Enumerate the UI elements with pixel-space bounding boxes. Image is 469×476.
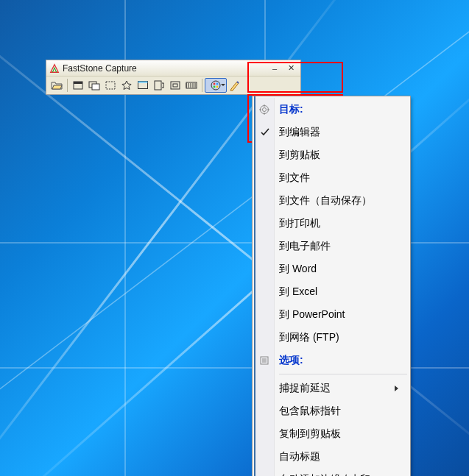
options-icon <box>258 355 270 366</box>
capture-fixed-region-button[interactable] <box>167 78 183 93</box>
svg-rect-19 <box>155 81 161 90</box>
toolbar-separator <box>67 79 68 92</box>
menu-item-to-printer[interactable]: 到打印机 <box>254 212 409 235</box>
menu-item-label: 包含鼠标指针 <box>279 405 341 418</box>
output-target-menu: 目标: 到编辑器 到剪贴板 到文件 到文件（自动保存） 到打印机 到电子邮件 到… <box>252 96 411 476</box>
menu-separator <box>279 374 407 374</box>
chevron-down-icon <box>221 84 225 86</box>
svg-point-26 <box>214 86 216 88</box>
svg-point-24 <box>214 83 216 85</box>
capture-active-window-button[interactable] <box>70 78 86 93</box>
minimize-button[interactable]: – <box>268 63 281 74</box>
window-title: FastStone Capture <box>63 63 265 74</box>
menu-item-label: 捕捉前延迟 <box>279 382 331 395</box>
output-target-button[interactable] <box>205 78 227 93</box>
menu-item-to-clipboard[interactable]: 到剪贴板 <box>254 143 409 166</box>
menu-item-label: 到编辑器 <box>279 126 320 139</box>
svg-point-23 <box>211 81 220 90</box>
menu-item-label: 到剪贴板 <box>279 149 320 162</box>
menu-item-label: 到文件（自动保存） <box>279 194 372 207</box>
capture-window-object-button[interactable] <box>86 78 102 93</box>
titlebar[interactable]: FastStone Capture – ✕ <box>46 60 300 77</box>
menu-item-to-excel[interactable]: 到 Excel <box>254 280 409 303</box>
menu-item-include-cursor[interactable]: 包含鼠标指针 <box>254 399 409 422</box>
menu-item-label: 到电子邮件 <box>279 240 331 253</box>
menu-item-auto-edge-watermark[interactable]: 自动添加边缘 / 水印 <box>254 468 409 476</box>
menu-item-to-ftp[interactable]: 到网络 (FTP) <box>254 326 409 349</box>
svg-rect-18 <box>138 82 148 83</box>
close-button[interactable]: ✕ <box>284 63 297 74</box>
open-file-button[interactable] <box>49 78 65 93</box>
menu-item-to-word[interactable]: 到 Word <box>254 257 409 280</box>
menu-item-to-file[interactable]: 到文件 <box>254 166 409 189</box>
app-logo-icon <box>49 63 60 74</box>
svg-rect-21 <box>173 84 177 87</box>
menu-header-options: 选项: <box>254 349 409 372</box>
menu-item-label: 自动标题 <box>279 450 320 463</box>
menu-header-label: 目标: <box>279 103 303 116</box>
svg-rect-13 <box>74 82 82 84</box>
faststone-capture-toolbar-window: FastStone Capture – ✕ <box>46 60 301 95</box>
menu-header-target: 目标: <box>254 98 409 121</box>
capture-rectangle-button[interactable] <box>102 78 119 93</box>
menu-header-label: 选项: <box>279 354 303 367</box>
toolbar <box>46 77 300 94</box>
menu-item-auto-title[interactable]: 自动标题 <box>254 445 409 468</box>
menu-item-label: 自动添加边缘 / 水印 <box>279 473 370 477</box>
menu-item-copy-clipboard[interactable]: 复制到剪贴板 <box>254 422 409 445</box>
menu-item-to-editor[interactable]: 到编辑器 <box>254 121 409 143</box>
svg-point-25 <box>216 83 219 85</box>
menu-item-to-email[interactable]: 到电子邮件 <box>254 235 409 257</box>
menu-item-capture-delay[interactable]: 捕捉前延迟 <box>254 377 409 399</box>
menu-item-label: 复制到剪贴板 <box>279 427 341 441</box>
menu-item-label: 到 Word <box>279 263 317 276</box>
menu-item-label: 到网络 (FTP) <box>279 331 339 344</box>
toolbar-separator <box>202 79 202 92</box>
menu-item-to-file-autosave[interactable]: 到文件（自动保存） <box>254 189 409 212</box>
check-icon <box>258 126 272 139</box>
svg-rect-20 <box>171 82 180 89</box>
submenu-arrow-icon <box>395 386 398 391</box>
menu-item-label: 到 PowerPoint <box>279 308 345 322</box>
capture-freehand-button[interactable] <box>119 78 135 93</box>
menu-item-label: 到打印机 <box>279 217 320 230</box>
menu-item-to-powerpoint[interactable]: 到 PowerPoint <box>254 303 409 326</box>
svg-point-29 <box>263 107 267 111</box>
menu-item-label: 到文件 <box>279 171 310 185</box>
svg-point-27 <box>216 86 219 88</box>
capture-scrolling-button[interactable] <box>151 78 167 93</box>
capture-fullscreen-button[interactable] <box>135 78 151 93</box>
svg-point-28 <box>261 105 269 113</box>
screen-recorder-button[interactable] <box>183 78 200 93</box>
target-icon <box>258 104 270 116</box>
menu-item-label: 到 Excel <box>279 285 317 299</box>
svg-rect-16 <box>106 82 115 89</box>
svg-rect-15 <box>92 84 99 90</box>
draw-button[interactable] <box>227 78 243 93</box>
